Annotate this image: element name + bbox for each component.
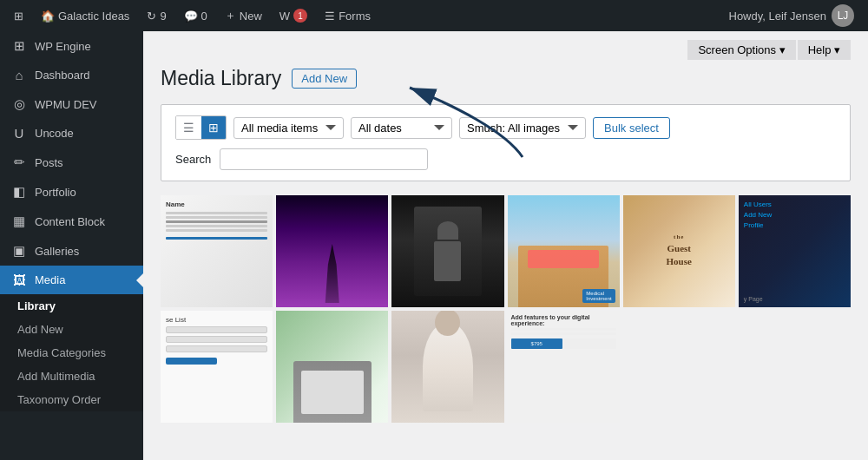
page-title: Media Library [161, 67, 281, 90]
forms-label: Forms [339, 10, 371, 23]
portfolio-icon: ◧ [10, 184, 28, 200]
add-new-button[interactable]: Add New [292, 69, 357, 89]
silhouette-figure [319, 244, 346, 303]
help-button[interactable]: Help ▾ [798, 40, 851, 60]
sidebar-item-dashboard[interactable]: ⌂ Dashboard [0, 61, 143, 89]
list-view-button[interactable]: ☰ [176, 116, 201, 139]
submenu-add-new[interactable]: Add New [0, 318, 143, 341]
form-line [166, 336, 267, 343]
admin-bar: ⊞ 🏠 Galactic Ideas ↻ 9 💬 0 ＋ New W 1 ☰ F… [0, 0, 868, 31]
updates-count: 9 [160, 10, 166, 23]
submenu-taxonomy-order-label: Taxonomy Order [17, 393, 101, 406]
screenshot-line [511, 328, 616, 331]
content-block-icon: ▦ [10, 214, 28, 229]
screenshot-row: $795 [511, 338, 616, 349]
woocommerce-item[interactable]: W 1 [273, 0, 314, 31]
guest-house-text: the Guest House [667, 233, 692, 269]
plus-icon: ＋ [225, 8, 236, 23]
firefighter-silhouette [414, 207, 482, 296]
woo-icon: W [279, 10, 290, 23]
media-item[interactable] [276, 311, 388, 423]
sidebar-item-wpmu[interactable]: ◎ WPMU DEV [0, 89, 143, 119]
grid-view-button[interactable]: ⊞ [201, 116, 226, 139]
sidebar-item-wpmu-label: WPMU DEV [35, 98, 97, 111]
updates-item[interactable]: ↻ 9 [140, 0, 173, 31]
form-line [166, 326, 267, 333]
submenu-library[interactable]: Library [0, 294, 143, 318]
screenshot-title: Add features to your digital experience: [511, 314, 616, 326]
media-items-filter[interactable]: All media items Images Audio Video [233, 117, 344, 139]
sidebar-item-content-block-label: Content Block [35, 215, 105, 228]
person-silhouette [423, 322, 473, 411]
dark-screen-text-3: Profile [744, 221, 845, 229]
screen-options-label: Screen Options ▾ [698, 43, 785, 56]
media-icon: 🖼 [10, 273, 28, 287]
form-title: se List [166, 316, 267, 324]
media-item[interactable] [391, 311, 503, 423]
forms-item[interactable]: ☰ Forms [318, 0, 378, 31]
bulk-select-button[interactable]: Bulk select [593, 117, 670, 139]
dark-screen-text-2: Add New [744, 211, 845, 219]
wp-engine-icon: ⊞ [10, 38, 28, 54]
media-item[interactable]: All Users Add New Profile y Page [739, 195, 851, 307]
sidebar-item-posts[interactable]: ✏ Posts [0, 148, 143, 177]
smush-filter[interactable]: Smush: All images [459, 117, 586, 139]
submenu-taxonomy-order[interactable]: Taxonomy Order [0, 388, 143, 411]
main-content: Screen Options ▾ Help ▾ Media Library Ad… [143, 31, 868, 460]
sidebar-item-portfolio[interactable]: ◧ Portfolio [0, 177, 143, 207]
sidebar-item-wp-engine[interactable]: ⊞ WP Engine [0, 31, 143, 61]
filter-row: ☰ ⊞ All media items Images Audio Video A… [175, 115, 836, 140]
submenu-add-new-label: Add New [17, 323, 63, 336]
media-item[interactable] [391, 195, 503, 307]
submenu-media-categories[interactable]: Media Categories [0, 341, 143, 365]
search-input[interactable] [220, 148, 428, 170]
laptop [293, 361, 372, 423]
galleries-icon: ▣ [10, 243, 28, 259]
dashboard-icon: ⌂ [10, 68, 28, 82]
media-grid: Name [161, 195, 851, 423]
sidebar-item-wp-engine-label: WP Engine [35, 40, 91, 53]
sidebar-item-galleries[interactable]: ▣ Galleries [0, 236, 143, 266]
forms-icon: ☰ [325, 10, 335, 23]
comments-icon: 💬 [184, 10, 198, 23]
sidebar-item-portfolio-label: Portfolio [35, 186, 76, 199]
sidebar-item-galleries-label: Galleries [35, 245, 79, 258]
media-item[interactable]: MedicalInvestment [508, 195, 620, 307]
submenu-add-multimedia[interactable]: Add Multimedia [0, 365, 143, 388]
wp-logo[interactable]: ⊞ [7, 0, 30, 31]
sidebar-item-media-label: Media [35, 273, 65, 286]
media-item[interactable]: Name [161, 195, 273, 307]
howdy-text-wrap: Howdy, Leif Jensen LJ [722, 4, 862, 27]
sidebar-item-posts-label: Posts [35, 156, 63, 169]
media-item[interactable]: se List [161, 311, 273, 423]
sidebar-item-uncode[interactable]: U Uncode [0, 119, 143, 148]
site-name-item[interactable]: 🏠 Galactic Ideas [34, 0, 136, 31]
comments-item[interactable]: 💬 0 [177, 0, 214, 31]
new-content-item[interactable]: ＋ New [218, 0, 269, 31]
search-row: Search [175, 148, 836, 170]
sidebar-item-uncode-label: Uncode [35, 127, 74, 140]
page-title-wrap: Media Library Add New [161, 67, 851, 90]
submenu-add-multimedia-label: Add Multimedia [17, 370, 95, 383]
form-button [166, 358, 217, 365]
media-item[interactable]: the Guest House [623, 195, 735, 307]
dates-filter[interactable]: All dates January 2024 [351, 117, 452, 139]
submenu-library-label: Library [17, 299, 56, 312]
filter-bar: ☰ ⊞ All media items Images Audio Video A… [161, 104, 851, 181]
sidebar-item-content-block[interactable]: ▦ Content Block [0, 207, 143, 236]
uncode-icon: U [10, 126, 28, 141]
dark-screen-text-1: All Users [744, 200, 845, 208]
screenshot-line [511, 332, 616, 335]
media-item[interactable]: Add features to your digital experience:… [508, 311, 620, 423]
help-label: Help ▾ [808, 43, 840, 56]
media-item[interactable] [276, 195, 388, 307]
screen-options-button[interactable]: Screen Options ▾ [687, 40, 795, 60]
howdy-text: Howdy, Leif Jensen [729, 10, 827, 23]
sidebar-item-media[interactable]: 🖼 Media [0, 266, 143, 294]
new-label: New [240, 10, 262, 23]
search-label: Search [175, 153, 211, 166]
home-icon: 🏠 [41, 10, 55, 23]
site-name: Galactic Ideas [58, 10, 129, 23]
sidebar: ⊞ WP Engine ⌂ Dashboard ◎ WPMU DEV U Unc… [0, 31, 143, 460]
woo-badge: 1 [293, 9, 307, 23]
